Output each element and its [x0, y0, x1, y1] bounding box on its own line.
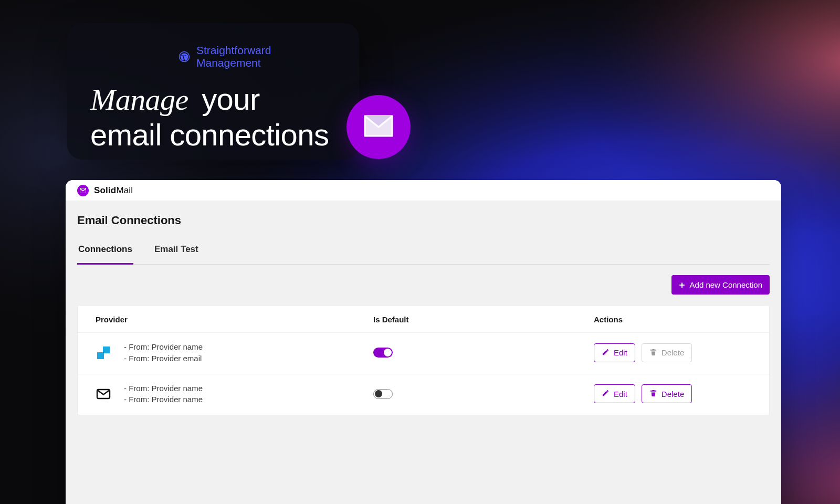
delete-button[interactable]: Delete [642, 384, 692, 403]
brand-name-bold: Solid [94, 185, 116, 195]
trash-icon [649, 348, 657, 358]
tab-connections[interactable]: Connections [77, 244, 133, 265]
pencil-icon [602, 348, 610, 358]
provider-text: - From: Provider name - From: Provider e… [124, 341, 203, 364]
tab-email-test[interactable]: Email Test [153, 244, 200, 264]
provider-icon-generic-mail [96, 386, 111, 402]
provider-line: - From: Provider name [124, 341, 203, 353]
delete-button-label: Delete [662, 390, 684, 398]
col-actions: Actions [594, 315, 751, 324]
table-header-row: Provider Is Default Actions [78, 306, 769, 332]
tabs: Connections Email Test [77, 244, 770, 265]
panel-header: SolidMail [66, 180, 781, 201]
provider-icon-sendgrid [96, 345, 111, 361]
hero-eyebrow-text: Straightforward Management [196, 44, 336, 69]
add-connection-button[interactable]: + Add new Connection [671, 275, 770, 295]
col-is-default: Is Default [373, 315, 594, 324]
edit-button[interactable]: Edit [594, 343, 635, 362]
default-toggle[interactable] [373, 348, 393, 358]
pencil-icon [602, 389, 610, 398]
app-panel: SolidMail Email Connections Connections … [66, 180, 781, 504]
hero-title: Manage your email connections [90, 82, 336, 152]
hero-card: Straightforward Management Manage your e… [67, 23, 359, 160]
hero-title-emph: Manage [90, 82, 194, 117]
connections-table: Provider Is Default Actions - From: Prov… [77, 305, 770, 415]
provider-text: - From: Provider name - From: Provider n… [124, 383, 203, 406]
table-row: - From: Provider name - From: Provider n… [78, 374, 769, 415]
default-toggle[interactable] [373, 389, 393, 399]
brand-badge-icon [77, 185, 89, 196]
provider-line: - From: Provider email [124, 353, 203, 364]
brand-name: SolidMail [94, 185, 133, 196]
toolbar: + Add new Connection [77, 275, 770, 295]
brand-name-light: Mail [116, 185, 133, 195]
wordpress-icon [178, 51, 190, 62]
envelope-icon [364, 115, 393, 139]
table-row: - From: Provider name - From: Provider e… [78, 332, 769, 374]
trash-icon [649, 389, 657, 398]
edit-button-label: Edit [614, 348, 627, 357]
page-title: Email Connections [77, 214, 770, 227]
hero-eyebrow: Straightforward Management [178, 44, 336, 69]
hero-title-rest-2: email connections [90, 118, 329, 152]
add-connection-label: Add new Connection [690, 280, 762, 289]
hero-title-rest-1: your [202, 82, 260, 116]
provider-line: - From: Provider name [124, 394, 203, 405]
delete-button-label: Delete [662, 348, 684, 357]
mail-badge [346, 95, 411, 159]
col-provider: Provider [96, 315, 373, 324]
edit-button-label: Edit [614, 390, 627, 398]
delete-button: Delete [642, 343, 692, 362]
provider-line: - From: Provider name [124, 383, 203, 394]
edit-button[interactable]: Edit [594, 384, 635, 403]
svg-rect-9 [103, 352, 104, 353]
